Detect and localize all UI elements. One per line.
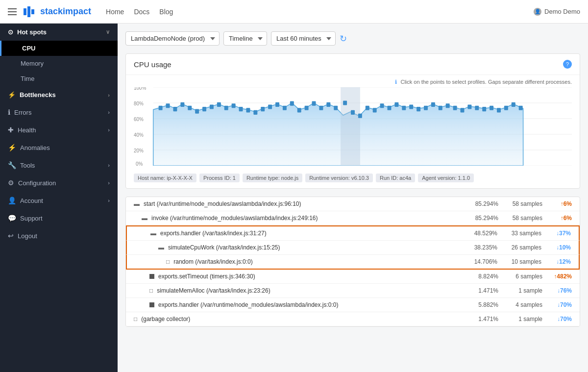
svg-rect-55 — [439, 106, 442, 110]
svg-rect-54 — [431, 102, 435, 107]
sidebar-cpu-label: CPU — [22, 45, 35, 52]
sidebar-item-support[interactable]: 💬 Support — [0, 209, 118, 227]
svg-rect-37 — [297, 108, 301, 112]
sidebar-item-memory[interactable]: Memory — [0, 56, 118, 71]
sidebar-support-label: Support — [20, 215, 110, 222]
tools-chevron: › — [108, 162, 110, 168]
tag-agent-version: Agent version: 1.1.0 — [418, 174, 474, 182]
sidebar-account-label: Account — [20, 197, 108, 204]
chart-container[interactable]: 100% 80% 60% 40% 20% 0% — [134, 87, 572, 166]
sidebar-item-anomalies[interactable]: ⚡ Anomalies — [0, 139, 118, 156]
nav-docs[interactable]: Docs — [134, 8, 149, 16]
info-icon: ℹ — [395, 79, 397, 85]
table-row[interactable]: ▬ simulateCpuWork (/var/task/index.js:15… — [126, 241, 580, 255]
nav-home[interactable]: Home — [106, 8, 124, 16]
svg-rect-31 — [268, 104, 272, 109]
row-name: ▬ invoke (/var/runtime/node_modules/awsl… — [134, 215, 464, 222]
svg-rect-51 — [409, 104, 413, 109]
hotspots-chevron: ∨ — [106, 29, 110, 35]
nav-blog[interactable]: Blog — [159, 8, 173, 16]
row-name: exports.handler (/var/runtime/node_modul… — [134, 301, 464, 308]
svg-marker-15 — [153, 103, 523, 166]
svg-rect-65 — [512, 102, 515, 107]
svg-rect-28 — [246, 108, 250, 112]
svg-rect-26 — [232, 103, 236, 108]
row-pct: 8.824% — [464, 273, 498, 280]
table-row[interactable]: exports.handler (/var/runtime/node_modul… — [126, 298, 580, 312]
sidebar-item-logout[interactable]: ↩ Logout — [0, 227, 118, 245]
account-chevron: › — [108, 198, 110, 203]
sidebar-item-bottlenecks[interactable]: ⚡ Bottlenecks › — [0, 86, 118, 103]
main-layout: ⊙ Hot spots ∨ CPU Memory Time ⚡ Bottlene… — [0, 24, 588, 372]
sidebar-item-account[interactable]: 👤 Account › — [0, 192, 118, 209]
svg-rect-59 — [467, 104, 471, 109]
hamburger-menu[interactable] — [8, 8, 17, 15]
tag-runtime-type: Runtime type: node.js — [243, 174, 302, 182]
svg-rect-24 — [217, 102, 221, 107]
row-name: ▬ exports.handler (/var/task/index.js:31… — [135, 230, 463, 237]
help-button[interactable]: ? — [563, 60, 572, 69]
sidebar-item-health[interactable]: ✚ Health › — [0, 121, 118, 139]
svg-rect-45 — [366, 106, 369, 110]
row-samples: 1 sample — [498, 287, 542, 294]
table-row[interactable]: ▬ start (/var/runtime/node_modules/awsla… — [126, 197, 580, 211]
svg-rect-43 — [351, 110, 355, 115]
sidebar-hotspots-label: Hot spots — [17, 28, 47, 36]
svg-text:20%: 20% — [134, 147, 144, 153]
sidebar-item-time[interactable]: Time — [0, 71, 118, 86]
tag-runtime-version: Runtime version: v6.10.3 — [305, 174, 373, 182]
sidebar-item-configuration[interactable]: ⚙ Configuration › — [0, 174, 118, 192]
tag-runid: Run ID: ac4a — [376, 174, 415, 182]
row-pct: 85.294% — [464, 200, 498, 207]
svg-rect-66 — [519, 106, 523, 110]
svg-rect-19 — [180, 102, 184, 107]
sidebar-item-cpu[interactable]: CPU — [0, 41, 118, 56]
svg-rect-49 — [394, 102, 398, 107]
time-select[interactable]: Last 60 minutesLast 24 hoursLast 7 days — [271, 31, 336, 46]
svg-rect-27 — [239, 107, 243, 111]
svg-rect-22 — [202, 107, 206, 111]
sidebar-item-tools[interactable]: 🔧 Tools › — [0, 156, 118, 174]
topnav: stackimpact Home Docs Blog 👤 Demo Demo — [0, 0, 588, 24]
user-icon: 👤 — [534, 8, 541, 16]
svg-rect-17 — [166, 103, 170, 108]
table-row[interactable]: □ (garbage collector) 1.471% 1 sample ↓7… — [126, 312, 580, 326]
svg-rect-47 — [380, 103, 384, 108]
row-samples: 1 sample — [498, 316, 542, 322]
row-samples: 10 samples — [497, 258, 541, 265]
data-table: ▬ start (/var/runtime/node_modules/awsla… — [126, 197, 580, 326]
user-menu[interactable]: 👤 Demo Demo — [534, 8, 580, 16]
table-row[interactable]: □ random (/var/task/index.js:0:0) 14.706… — [126, 255, 580, 270]
sidebar-item-hotspots[interactable]: ⊙ Hot spots ∨ — [0, 24, 118, 41]
logo-text: stackimpact — [40, 6, 91, 17]
row-name: ▬ start (/var/runtime/node_modules/awsla… — [134, 200, 464, 207]
row-pct: 38.235% — [463, 244, 497, 251]
table-row[interactable]: ▬ invoke (/var/runtime/node_modules/awsl… — [126, 211, 580, 225]
row-change: ↑6% — [542, 200, 572, 207]
anomalies-icon: ⚡ — [8, 144, 16, 151]
app-select[interactable]: LambdaDemoNode (prod) — [125, 31, 220, 46]
sidebar-item-errors[interactable]: ℹ Errors › — [0, 103, 118, 121]
hotspots-icon: ⊙ — [8, 28, 13, 36]
tools-icon: 🔧 — [8, 161, 16, 169]
logout-icon: ↩ — [8, 232, 14, 240]
table-row[interactable]: ▬ exports.handler (/var/task/index.js:31… — [126, 225, 580, 241]
table-row[interactable]: exports.setTimeout (timers.js:346:30) 8.… — [126, 270, 580, 284]
row-change: ↓10% — [541, 244, 571, 251]
refresh-button[interactable]: ↻ — [340, 33, 347, 44]
svg-rect-32 — [341, 87, 360, 166]
svg-rect-18 — [173, 107, 177, 111]
svg-rect-23 — [210, 104, 214, 109]
row-samples: 4 samples — [498, 301, 542, 308]
row-change: ↑482% — [542, 273, 572, 280]
table-row[interactable]: □ simulateMemAlloc (/var/task/index.js:2… — [126, 284, 580, 298]
view-select[interactable]: Timeline — [223, 31, 267, 46]
health-chevron: › — [108, 127, 110, 133]
sidebar-anomalies-label: Anomalies — [20, 144, 110, 151]
row-samples: 6 samples — [498, 273, 542, 280]
bottlenecks-chevron: › — [108, 92, 110, 98]
main-content: LambdaDemoNode (prod) Timeline Last 60 m… — [118, 24, 588, 372]
svg-rect-1 — [27, 6, 30, 17]
svg-rect-46 — [373, 108, 377, 112]
sidebar-memory-label: Memory — [21, 60, 44, 67]
